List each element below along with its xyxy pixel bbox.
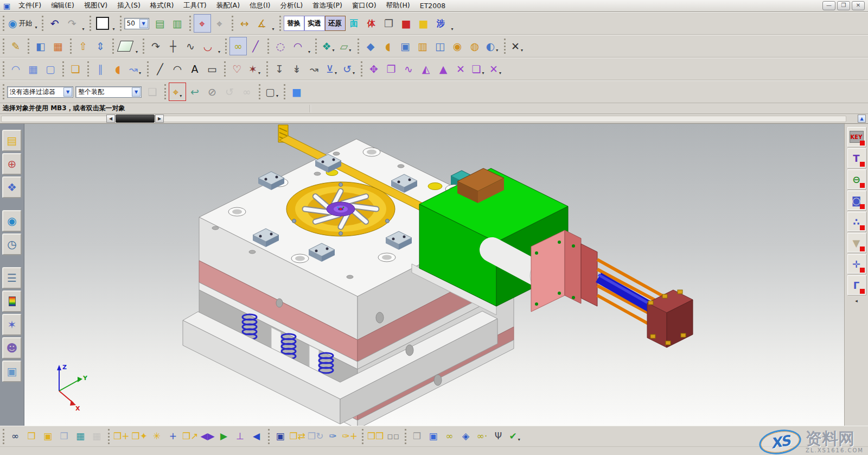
rectangle-icon[interactable]: ▭: [203, 60, 221, 78]
selection-filter-select-arrow[interactable]: ▼: [63, 87, 72, 97]
boss-icon[interactable]: ◍: [466, 37, 483, 55]
red-cube-icon[interactable]: ■: [398, 14, 415, 33]
cross-fitting-icon[interactable]: ✛: [847, 254, 866, 274]
promote-body-icon[interactable]: +: [165, 428, 181, 445]
mirror-assembly-icon[interactable]: ◀▶: [199, 428, 215, 445]
explode-icon[interactable]: ◀: [248, 428, 265, 445]
object-display-caret[interactable]: ▾: [111, 27, 117, 34]
toolbar-grip[interactable]: [28, 39, 29, 54]
menu-preferences[interactable]: 首选项(P): [308, 1, 347, 11]
menu-file[interactable]: 文件(F): [14, 1, 46, 11]
toolbar-grip[interactable]: [70, 39, 72, 54]
bushing-icon[interactable]: ⊖: [847, 169, 866, 189]
face-button[interactable]: 面: [346, 14, 363, 33]
sew-icon[interactable]: ∥: [92, 60, 109, 78]
snap-point-icon[interactable]: ⌖▾: [169, 83, 186, 101]
toolbar-grip[interactable]: [232, 16, 233, 31]
visualization-icon[interactable]: [2, 290, 22, 312]
interference-button[interactable]: 涉: [432, 14, 450, 33]
group-components-icon[interactable]: ❒: [409, 428, 425, 445]
work-layer-spinner-arrow[interactable]: ▼: [139, 19, 148, 28]
split-body-icon[interactable]: ◧: [32, 37, 49, 55]
toolbar-grip[interactable]: [164, 84, 166, 99]
flatten-icon-caret[interactable]: ▾: [139, 71, 141, 78]
undo-icon[interactable]: ↶: [46, 14, 63, 33]
toolbar-grip[interactable]: [120, 16, 122, 31]
snapshot-icon[interactable]: ▦: [72, 428, 88, 445]
scale-body-icon-caret[interactable]: ▾: [521, 48, 523, 55]
smooth-curve-icon[interactable]: ∿: [182, 37, 199, 55]
open-component-icon[interactable]: ❒: [23, 428, 40, 445]
hscroll-right-arrow[interactable]: ▶: [155, 115, 164, 123]
boolean-icon-caret[interactable]: ▾: [496, 48, 498, 55]
flatten-icon[interactable]: ↝▾: [126, 60, 144, 78]
selection-filter-select[interactable]: 没有选择过滤器▼: [7, 86, 73, 98]
wave-dimension-icon-caret[interactable]: ▾: [499, 71, 501, 78]
slide-bracket-icon[interactable]: ◙: [847, 191, 866, 210]
toolbar-grip[interactable]: [361, 61, 362, 77]
section-curve-icon[interactable]: ⊻▾: [323, 60, 340, 78]
orient-csys-icon[interactable]: ⌖: [194, 14, 211, 33]
undo-history-caret[interactable]: ▾: [81, 27, 86, 34]
snapshot-disabled-icon[interactable]: ▦: [88, 428, 105, 445]
isolate-component-icon[interactable]: ▣: [425, 428, 442, 445]
measure-angle-icon[interactable]: ∡: [253, 14, 271, 33]
redo-icon[interactable]: ↷: [63, 14, 81, 33]
deform-surface-icon[interactable]: ▦: [49, 37, 67, 55]
graphics-window[interactable]: Z Y X: [24, 124, 844, 426]
edit-position-icon[interactable]: ✑+: [341, 428, 359, 445]
join-curve-icon[interactable]: ∞: [229, 37, 247, 55]
wave-wrap-icon[interactable]: ◭: [417, 60, 435, 78]
toolbar-grip[interactable]: [147, 61, 149, 77]
polygon-icon[interactable]: ✶▾: [246, 60, 263, 78]
toolbar-grip[interactable]: [225, 39, 227, 54]
wave-move-icon[interactable]: ✥: [365, 60, 382, 78]
interpart-select-icon[interactable]: ❑: [144, 83, 161, 101]
start-button-caret[interactable]: ▾: [35, 25, 37, 32]
start-button[interactable]: ◉开始▾: [7, 14, 39, 33]
product-outline-icon[interactable]: ▣: [40, 428, 56, 445]
screw-plug-icon[interactable]: T: [847, 148, 866, 168]
bend-icon[interactable]: ◖: [379, 37, 397, 55]
edit-fillet-icon[interactable]: ◡: [199, 37, 216, 55]
chamfer-icon[interactable]: ◆: [362, 37, 379, 55]
arrangement-check-icon-caret[interactable]: ▾: [518, 437, 520, 444]
rectangle-select-icon[interactable]: ▢▾: [263, 83, 280, 101]
rectangle-select-icon-caret[interactable]: ▾: [276, 93, 278, 100]
wave-dimension-icon[interactable]: ✕▾: [487, 60, 504, 78]
key-library-icon[interactable]: KEY: [847, 127, 866, 147]
toolbar-grip[interactable]: [3, 84, 4, 99]
csys-icon[interactable]: ⌖: [211, 14, 228, 33]
text-icon[interactable]: A: [186, 60, 203, 78]
wave-delete-icon[interactable]: ✕: [452, 60, 469, 78]
menu-assemblies[interactable]: 装配(A): [212, 1, 245, 11]
toolbar-grip[interactable]: [62, 61, 64, 77]
block-icon[interactable]: ▣: [397, 37, 414, 55]
find-component-icon[interactable]: ∞: [7, 428, 23, 445]
toolbar-grip[interactable]: [112, 39, 114, 54]
sequence-icon[interactable]: ▶: [216, 428, 232, 445]
edit-curve-caret[interactable]: ▾: [216, 49, 222, 56]
wave-mirror-icon[interactable]: ❏▾: [469, 60, 487, 78]
rotate-component-icon[interactable]: ❒↻: [307, 428, 324, 445]
toolbar-grip[interactable]: [315, 39, 317, 54]
point-set-icon-caret[interactable]: ▾: [333, 48, 335, 55]
restore-button[interactable]: 还原: [325, 16, 346, 31]
rotary-slide-disc[interactable]: [286, 182, 395, 236]
studio-spline-icon[interactable]: ♡: [228, 60, 246, 78]
replace-button[interactable]: 替换: [284, 16, 304, 31]
polygon-icon-caret[interactable]: ▾: [258, 71, 260, 78]
plane-icon-caret[interactable]: ▾: [349, 48, 351, 55]
menu-insert[interactable]: 插入(S): [112, 1, 145, 11]
toolbar-grip[interactable]: [3, 61, 4, 77]
object-display-swatch[interactable]: [94, 14, 111, 33]
bounded-plane-icon[interactable]: ▢: [42, 60, 59, 78]
circle-icon[interactable]: ◌: [272, 37, 289, 55]
hscroll-left-arrow[interactable]: ◀: [106, 115, 115, 123]
yellow-plug[interactable]: [428, 183, 442, 190]
selection-scope-select[interactable]: 整个装配▼: [75, 86, 142, 98]
menu-window[interactable]: 窗口(O): [347, 1, 381, 11]
pattern-component-icon[interactable]: ✳: [149, 428, 165, 445]
menu-information[interactable]: 信息(I): [245, 1, 275, 11]
link-report-icon[interactable]: ∞·: [474, 428, 490, 445]
